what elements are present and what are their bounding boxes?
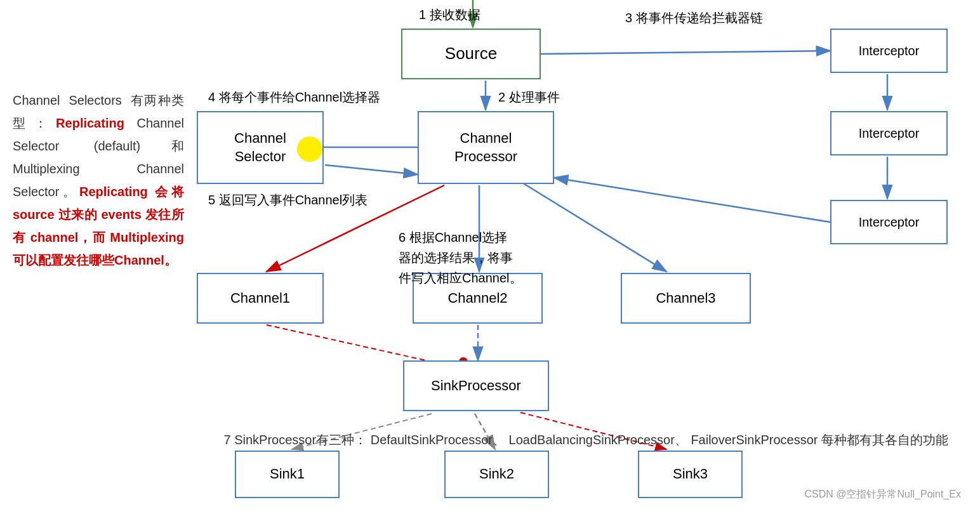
source-label: Source xyxy=(445,43,497,65)
svg-line-9 xyxy=(541,51,830,54)
channel3-box: Channel3 xyxy=(621,273,751,324)
sink1-label: Sink1 xyxy=(270,465,305,484)
step2-label: 2 处理事件 xyxy=(498,89,560,106)
channel-processor-box: ChannelProcessor xyxy=(418,111,554,184)
interceptor3-box: Interceptor xyxy=(830,200,948,244)
channel1-label: Channel1 xyxy=(230,289,290,308)
channel-processor-label: ChannelProcessor xyxy=(454,129,517,166)
channel-selector-label: ChannelSelector xyxy=(234,129,286,166)
sink3-label: Sink3 xyxy=(673,465,708,484)
svg-line-16 xyxy=(267,325,432,362)
step6-label: 6 根据Channel选择器的选择结果，将事件写入相应Channel。 xyxy=(399,227,538,288)
sink-processor-label: SinkProcessor xyxy=(431,377,521,395)
interceptor1-label: Interceptor xyxy=(859,43,920,59)
step7-note: 7 SinkProcessor有三种： DefaultSinkProcessor… xyxy=(224,429,948,451)
step4-label: 4 将每个事件给Channel选择器 xyxy=(208,89,380,106)
svg-line-12 xyxy=(554,178,830,222)
step5-label: 5 返回写入事件Channel列表 xyxy=(208,192,368,209)
sidebar-text: Channel Selectors 有两种类型：Replicating Chan… xyxy=(13,89,184,272)
sink3-box: Sink3 xyxy=(638,451,743,498)
step1-label: 1 接收数据 xyxy=(419,6,480,23)
sink-processor-box: SinkProcessor xyxy=(403,360,549,411)
interceptor3-label: Interceptor xyxy=(859,214,920,230)
sink1-box: Sink1 xyxy=(235,451,340,498)
sink2-label: Sink2 xyxy=(479,465,514,484)
step3-label: 3 将事件传递给拦截器链 xyxy=(625,10,763,27)
channel1-box: Channel1 xyxy=(197,273,324,324)
interceptor1-box: Interceptor xyxy=(830,29,948,73)
yellow-dot xyxy=(297,136,322,162)
diagram-container: Source ChannelSelector ChannelProcessor … xyxy=(0,0,980,514)
channel3-label: Channel3 xyxy=(656,289,715,308)
watermark: CSDN @空指针异常Null_Point_Ex xyxy=(804,488,961,501)
svg-line-8 xyxy=(325,165,418,175)
interceptor2-box: Interceptor xyxy=(830,111,948,155)
channel2-label: Channel2 xyxy=(447,289,507,308)
sidebar-main-text: Channel Selectors 有两种类型：Replicating Chan… xyxy=(13,93,184,267)
sink2-box: Sink2 xyxy=(444,451,549,498)
source-box: Source xyxy=(401,29,541,79)
interceptor2-label: Interceptor xyxy=(859,125,920,142)
